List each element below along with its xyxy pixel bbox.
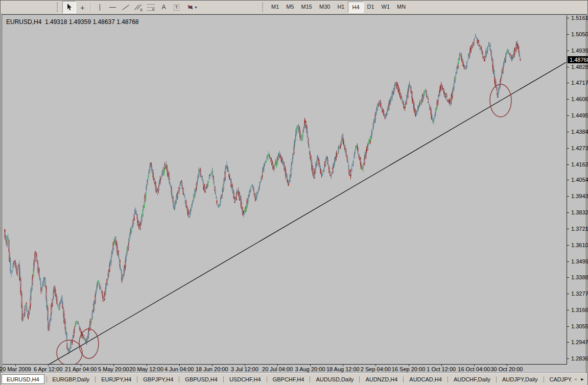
price-tick-label: 1.29470 <box>571 339 588 345</box>
price-tick-label: 1.28360 <box>571 355 588 362</box>
equidistant-channel-icon: E <box>134 3 143 11</box>
tab-separator <box>403 376 404 382</box>
tab-separator <box>267 376 267 382</box>
dropdown-caret-icon: ▾ <box>195 5 197 10</box>
tab-scroll-right-button[interactable]: ▶ <box>579 375 586 383</box>
plot-layer <box>5 34 566 373</box>
price-tick-label: 1.43840 <box>571 129 588 135</box>
cursor-tool-button[interactable] <box>62 1 76 13</box>
time-tick-label: 30 Oct 20:00 <box>490 366 523 372</box>
fibonacci-icon: F <box>147 4 155 11</box>
tab-separator <box>46 376 47 382</box>
zigzag-indicator-line[interactable] <box>5 36 521 355</box>
timeframe-button-m1[interactable]: M1 <box>268 2 283 12</box>
chart-tab-audjpy-daily[interactable]: AUDJPY,Daily <box>498 375 543 383</box>
price-tick-label: 1.30550 <box>571 323 588 329</box>
toolbar-grip[interactable] <box>262 3 265 12</box>
time-tick-label: 16 Oct 04:00 <box>458 366 490 372</box>
time-tick-label: 21 Apr 04:00 <box>65 366 97 372</box>
chart-tab-audcad-h4[interactable]: AUDCAD,H4 <box>405 375 446 383</box>
chart-tab-audchf-daily[interactable]: AUDCHF,Daily <box>449 375 495 383</box>
chart-tab-eurusd-h4[interactable]: EURUSD,H4 <box>2 374 44 384</box>
chart-tab-gbpusd-h4[interactable]: GBPUSD,H4 <box>180 375 222 383</box>
price-tick-label: 1.51610 <box>571 15 588 21</box>
price-tick-label: 1.40540 <box>571 177 588 183</box>
price-tick-label: 1.31660 <box>571 307 588 313</box>
chart-tab-bar: EURUSD,H4EURGBP,DailyEURJPY,H4GBPJPY,H4G… <box>1 373 587 385</box>
trendline-tool-button[interactable] <box>119 2 132 13</box>
tab-separator <box>223 376 224 382</box>
candle-wicks-bear <box>5 38 521 350</box>
arrows-tool-button[interactable]: ▾ <box>183 2 201 13</box>
price-tick-label: 1.49390 <box>571 47 588 54</box>
tab-separator <box>359 376 360 382</box>
trendline-icon <box>122 5 129 10</box>
chart-tab-cadjpy-daily[interactable]: CADJPY,Daily <box>545 375 572 383</box>
chart-tab-audnzd-h4[interactable]: AUDNZD,H4 <box>361 375 402 383</box>
timeframe-toolbar: M1M5M15M30H1H4D1W1MN <box>268 2 409 13</box>
time-tick-label: 18 Jun 20:00 <box>196 366 228 372</box>
horizontal-line-tool-button[interactable] <box>106 2 119 13</box>
price-tick-marks <box>567 18 569 359</box>
timeframe-button-m5[interactable]: M5 <box>283 2 297 12</box>
candle-wicks-bull <box>6 34 520 354</box>
price-tick-label: 1.32770 <box>571 291 588 297</box>
current-price-label: 1.48768 <box>568 56 588 63</box>
chart-tab-gbpjpy-h4[interactable]: GBPJPY,H4 <box>138 375 178 383</box>
chart-tab-eurgbp-daily[interactable]: EURGBP,Daily <box>48 375 95 383</box>
crosshair-icon: + <box>80 4 85 11</box>
crosshair-tool-button[interactable]: + <box>76 2 89 13</box>
arrows-icon <box>187 4 194 11</box>
candle-bodies-bear <box>5 40 521 349</box>
timeframe-button-mn[interactable]: MN <box>393 2 409 12</box>
price-tick-label: 1.42730 <box>571 145 588 151</box>
timeframe-button-h4[interactable]: H4 <box>348 2 363 13</box>
time-tick-label: 18 Aug 12:00 <box>326 366 360 372</box>
timeframe-button-m30[interactable]: M30 <box>316 2 334 12</box>
text-label-tool-button[interactable]: T <box>170 2 183 13</box>
tab-separator <box>179 376 179 382</box>
text-label-icon: T <box>174 4 180 11</box>
price-tick-label: 1.37210 <box>571 226 588 232</box>
timeframe-button-h1[interactable]: H1 <box>334 2 348 12</box>
channel-tool-button[interactable]: E <box>132 2 145 13</box>
price-tick-label: 1.33880 <box>571 274 588 280</box>
candle-bodies-bright <box>8 50 507 327</box>
time-tick-label: 20 May 12:00 <box>129 366 163 372</box>
trendline-object[interactable] <box>32 62 566 373</box>
time-tick-label: 20 Jul 04:00 <box>262 366 293 372</box>
timeframe-button-w1[interactable]: W1 <box>378 2 394 12</box>
text-icon: A <box>161 4 166 11</box>
price-tick-label: 1.41620 <box>571 161 588 167</box>
drawing-tools-group: + E F <box>57 2 201 13</box>
vertical-line-tool-button[interactable] <box>93 2 106 13</box>
price-tick-label: 1.46060 <box>571 96 588 102</box>
timeframe-button-m15[interactable]: M15 <box>298 2 316 12</box>
horizontal-line-icon <box>109 7 116 8</box>
chart-tab-gbpchf-h4[interactable]: GBPCHF,H4 <box>268 375 309 383</box>
time-tick-label: 2 Sep 04:00 <box>361 366 391 372</box>
top-toolbar: + E F <box>1 1 587 14</box>
timeframe-button-d1[interactable]: D1 <box>364 2 378 12</box>
tab-separator <box>448 376 448 382</box>
price-tick-label: 1.39430 <box>571 193 588 199</box>
chart-tab-eurjpy-h4[interactable]: EURJPY,H4 <box>97 375 136 383</box>
tab-scroll-left-button[interactable]: ◀ <box>572 375 579 383</box>
candle-bodies-bull <box>6 36 520 352</box>
time-tick-label: 6 Apr 12:00 <box>34 366 62 372</box>
chart-tab-usdchf-h4[interactable]: USDCHF,H4 <box>225 375 266 383</box>
tab-separator <box>137 376 137 382</box>
fibonacci-tool-button[interactable]: F <box>145 2 157 13</box>
tab-separator <box>544 376 544 382</box>
time-tick-label: 3 Aug 20:00 <box>295 366 325 372</box>
time-tick-label: 1 Oct 12:00 <box>427 366 456 372</box>
text-tool-button[interactable]: A <box>157 2 170 13</box>
toolbar-grip[interactable] <box>57 3 59 12</box>
chart-tab-audusd-daily[interactable]: AUDUSD,Daily <box>311 375 358 383</box>
chart-plot[interactable] <box>2 15 586 373</box>
time-tick-label: 20 Mar 2009 <box>0 366 31 372</box>
time-tick-label: 4 Jun 04:00 <box>164 366 194 372</box>
chart-window[interactable]: EURUSD,H4 1.49318 1.49359 1.48637 1.4876… <box>2 14 586 373</box>
price-tick-label: 1.34990 <box>571 258 588 264</box>
tab-separator <box>496 376 497 382</box>
